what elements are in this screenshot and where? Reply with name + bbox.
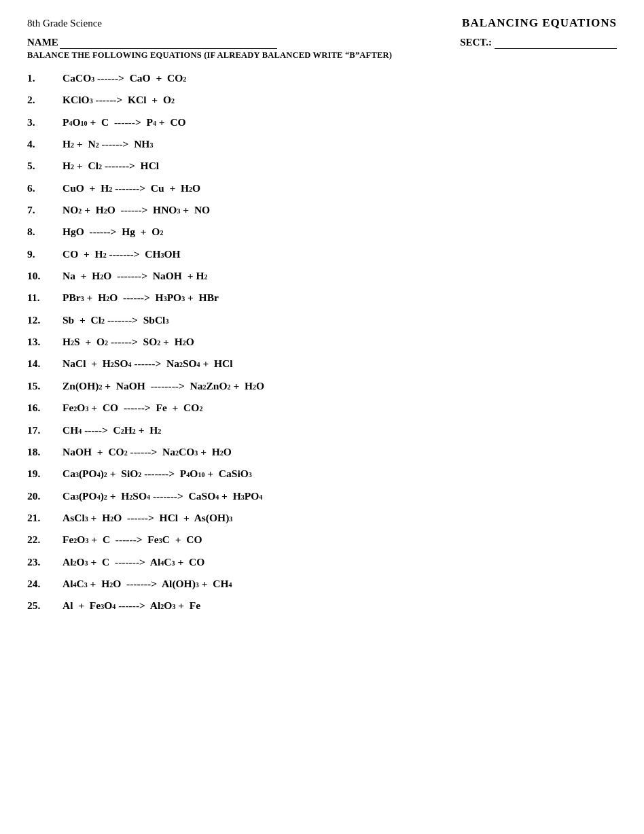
instructions-text: BALANCE THE FOLLOWING EQUATIONS (IF ALRE…: [27, 50, 617, 60]
equation-row: 9.CO + H2 -------> CH3OH: [27, 243, 617, 265]
eq-number: 10.: [27, 267, 62, 285]
eq-content: CuO + H2 -------> Cu + H2O: [62, 179, 200, 197]
page-header: 8th Grade Science BALANCING EQUATIONS NA…: [27, 16, 617, 60]
eq-number: 11.: [27, 289, 62, 307]
eq-content: Na + H2O -------> NaOH + H2: [62, 267, 207, 285]
equation-row: 18.NaOH + CO2 ------> Na2CO3 + H2O: [27, 441, 617, 463]
equation-row: 16.Fe2O3 + CO ------> Fe + CO2: [27, 397, 617, 419]
equation-row: 6.CuO + H2 -------> Cu + H2O: [27, 177, 617, 199]
eq-content: Sb + Cl2 -------> SbCl3: [62, 311, 168, 329]
sect-label: SECT.:: [460, 37, 617, 49]
eq-content: AsCl3 + H2O ------> HCl + As(OH)3: [62, 509, 232, 527]
eq-number: 17.: [27, 421, 62, 439]
equation-row: 8.HgO ------> Hg + O2: [27, 221, 617, 243]
equation-row: 1.CaCO3 ------> CaO + CO2: [27, 67, 617, 89]
eq-number: 14.: [27, 355, 62, 372]
equation-row: 12.Sb + Cl2 -------> SbCl3: [27, 309, 617, 331]
eq-content: NaCl + H2SO4 ------> Na2SO4 + HCl: [62, 355, 233, 372]
eq-content: Al2O3 + C -------> Al4C3 + CO: [62, 553, 204, 571]
equation-row: 20.Ca3(PO4)2 + H2SO4 -------> CaSO4 + H3…: [27, 485, 617, 507]
eq-content: NaOH + CO2 ------> Na2CO3 + H2O: [62, 443, 232, 461]
eq-content: Al + Fe3O4 ------> Al2O3 + Fe: [62, 597, 200, 614]
equation-row: 7.NO2 + H2O ------> HNO3 + NO: [27, 199, 617, 221]
equation-row: 14.NaCl + H2SO4 ------> Na2SO4 + HCl: [27, 353, 617, 375]
eq-number: 5.: [27, 157, 62, 175]
equation-row: 10.Na + H2O -------> NaOH + H2: [27, 265, 617, 287]
subject-label: 8th Grade Science: [27, 18, 102, 29]
eq-number: 22.: [27, 531, 62, 549]
eq-number: 3.: [27, 114, 62, 131]
equation-row: 25.Al + Fe3O4 ------> Al2O3 + Fe: [27, 595, 617, 616]
equation-row: 13.H2S + O2 ------> SO2 + H2O: [27, 331, 617, 353]
equation-row: 5.H2 + Cl2 -------> HCl: [27, 155, 617, 177]
eq-number: 19.: [27, 465, 62, 483]
eq-content: CO + H2 -------> CH3OH: [62, 245, 181, 263]
equation-row: 19.Ca3(PO4)2 + SiO2 -------> P4O10 + CaS…: [27, 463, 617, 485]
eq-number: 24.: [27, 575, 62, 593]
eq-content: Ca3(PO4)2 + SiO2 -------> P4O10 + CaSiO3: [62, 465, 252, 483]
eq-content: HgO ------> Hg + O2: [62, 223, 163, 241]
eq-number: 20.: [27, 487, 62, 505]
eq-number: 8.: [27, 223, 62, 241]
eq-content: H2 + N2 ------> NH3: [62, 135, 153, 153]
equations-list: 1.CaCO3 ------> CaO + CO22.KClO3 ------>…: [27, 67, 617, 617]
eq-content: KClO3 ------> KCl + O2: [62, 91, 175, 109]
eq-number: 4.: [27, 135, 62, 153]
equation-row: 23.Al2O3 + C -------> Al4C3 + CO: [27, 551, 617, 573]
equation-row: 3.P4O10 + C ------> P4 + CO: [27, 111, 617, 133]
eq-number: 21.: [27, 509, 62, 527]
sect-underline: [495, 37, 617, 49]
eq-content: Fe2O3 + C ------> Fe3C + CO: [62, 531, 202, 549]
eq-content: CaCO3 ------> CaO + CO2: [62, 69, 186, 87]
eq-content: Al4C3 + H2O -------> Al(OH)3 + CH4: [62, 575, 232, 593]
eq-content: CH4 -----> C2H2 + H2: [62, 421, 161, 439]
eq-number: 2.: [27, 91, 62, 109]
eq-number: 18.: [27, 443, 62, 461]
eq-number: 13.: [27, 333, 62, 351]
equation-row: 2.KClO3 ------> KCl + O2: [27, 89, 617, 111]
page-title: BALANCING EQUATIONS: [462, 16, 617, 30]
eq-number: 16.: [27, 399, 62, 417]
eq-number: 12.: [27, 311, 62, 329]
name-underline: [60, 37, 277, 49]
name-sect-row: NAME SECT.:: [27, 37, 617, 49]
eq-number: 7.: [27, 201, 62, 219]
eq-number: 9.: [27, 245, 62, 263]
eq-content: H2 + Cl2 -------> HCl: [62, 157, 159, 175]
eq-content: PBr3 + H2O ------> H3PO3 + HBr: [62, 289, 219, 307]
name-label: NAME: [27, 37, 277, 49]
eq-content: Ca3(PO4)2 + H2SO4 -------> CaSO4 + H3PO4: [62, 487, 262, 505]
eq-content: NO2 + H2O ------> HNO3 + NO: [62, 201, 210, 219]
eq-content: Fe2O3 + CO ------> Fe + CO2: [62, 399, 202, 417]
eq-number: 25.: [27, 597, 62, 614]
eq-number: 6.: [27, 179, 62, 197]
equation-row: 22.Fe2O3 + C ------> Fe3C + CO: [27, 529, 617, 551]
eq-number: 1.: [27, 69, 62, 87]
equation-row: 17.CH4 -----> C2H2 + H2: [27, 419, 617, 441]
eq-number: 23.: [27, 553, 62, 571]
equation-row: 24.Al4C3 + H2O -------> Al(OH)3 + CH4: [27, 573, 617, 595]
eq-content: P4O10 + C ------> P4 + CO: [62, 114, 186, 131]
equation-row: 21.AsCl3 + H2O ------> HCl + As(OH)3: [27, 507, 617, 529]
equation-row: 15.Zn(OH)2 + NaOH --------> Na2ZnO2 + H2…: [27, 375, 617, 397]
eq-content: Zn(OH)2 + NaOH --------> Na2ZnO2 + H2O: [62, 377, 264, 395]
equation-row: 11.PBr3 + H2O ------> H3PO3 + HBr: [27, 287, 617, 309]
eq-number: 15.: [27, 377, 62, 395]
eq-content: H2S + O2 ------> SO2 + H2O: [62, 333, 194, 351]
equation-row: 4.H2 + N2 ------> NH3: [27, 133, 617, 155]
